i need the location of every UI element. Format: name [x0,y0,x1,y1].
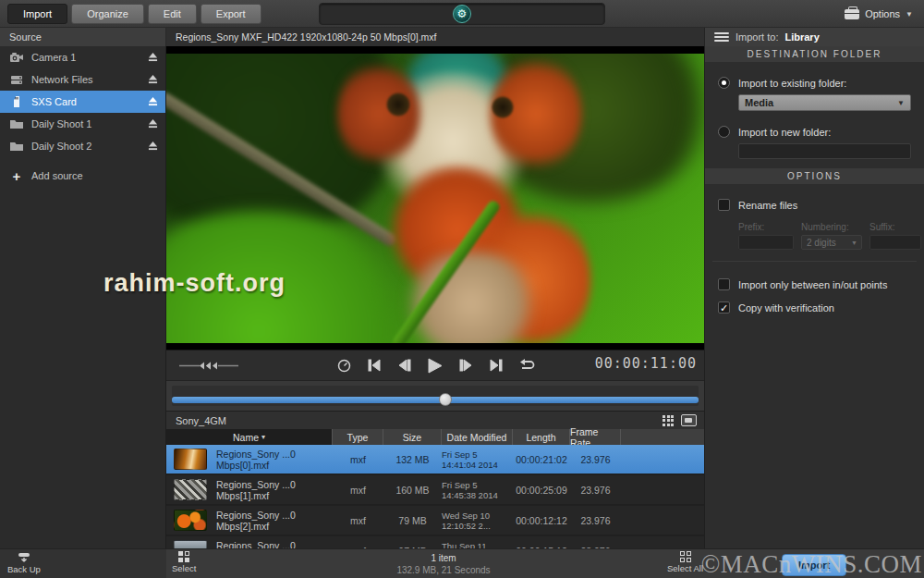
playhead-handle[interactable] [439,393,452,406]
backup-button[interactable]: Back Up [7,551,41,574]
drive-icon [9,73,24,86]
eject-icon[interactable] [148,141,158,153]
clip-thumbnail [174,540,207,548]
video-frame [166,54,704,343]
column-header-type[interactable]: Type [333,429,383,445]
verify-checkbox-row[interactable]: ✓ Copy with verification [705,296,924,319]
sidebar-item-daily-shoot-2[interactable]: Daily Shoot 2 [0,135,165,157]
cell-length: 00:00:25:09 [513,485,570,496]
import-to-value[interactable]: Library [784,31,819,43]
table-row[interactable]: Regions_Sony ...0 Mbps[0].mxfmxf132 MBFr… [166,445,704,473]
camera-icon [9,51,24,64]
radio-icon[interactable] [718,126,730,138]
select-icon [178,551,189,562]
radio-import-existing[interactable]: Import to existing folder: [705,71,924,92]
checkbox-icon[interactable] [718,278,730,290]
card-icon [9,95,24,108]
existing-folder-value: Media [745,97,773,108]
folder-icon [9,117,24,130]
clip-list: Regions_Sony ...0 Mbps[0].mxfmxf132 MBFr… [166,445,704,548]
clip-name: Regions_Sony ...0 Mbps[1].mxf [216,479,333,501]
select-all-button[interactable]: Select All [667,551,703,573]
numbering-dropdown[interactable]: 2 digits ▼ [801,235,862,250]
tab-export[interactable]: Export [201,4,261,24]
browser-breadcrumb-bar: Sony_4GM [166,411,704,429]
cell-name: Regions_Sony ...0 Mbps[1].mxf [166,479,333,501]
breadcrumb[interactable]: Sony_4GM [176,415,226,426]
shuttle-control[interactable] [179,360,238,372]
play-button[interactable] [424,355,446,375]
cell-type: mxf [333,485,383,496]
next-frame-button[interactable] [455,355,477,375]
numbering-label: Numbering: [801,222,862,232]
table-row[interactable]: Regions_Sony ...0 Mbps[1].mxfmxf160 MBFr… [166,475,704,504]
options-button[interactable]: Options ▼ [845,0,913,28]
rename-files-checkbox-row[interactable]: Rename files [705,193,924,216]
loop-button[interactable] [516,355,538,375]
activity-pane-button[interactable]: ⚙ [319,3,605,25]
clip-thumbnail [174,510,207,531]
suffix-input[interactable] [869,235,921,250]
existing-folder-dropdown[interactable]: Media ▼ [738,94,911,111]
select-button[interactable]: Select [172,551,196,573]
numbering-value: 2 digits [807,238,836,248]
eject-icon[interactable] [148,74,158,86]
radio-icon[interactable] [718,77,730,89]
cell-type: mxf [333,515,383,526]
column-header-name[interactable]: Name ▾ [166,429,333,445]
select-all-icon [680,551,691,562]
go-to-start-button[interactable] [363,355,385,375]
timeline-range-bar[interactable] [172,397,699,403]
cell-size: 79 MB [383,515,442,526]
timeline-track[interactable] [172,386,699,406]
chevron-down-icon: ▼ [897,99,905,107]
selection-status: 1 item 132.9 MB, 21 Seconds [351,552,536,576]
column-header-size[interactable]: Size [383,429,442,445]
sidebar-item-sxs-card[interactable]: SXS Card [0,91,165,113]
select-all-label: Select All [667,563,703,573]
options-header: OPTIONS [705,168,924,184]
video-preview[interactable] [166,46,704,350]
sidebar-item-label: Camera 1 [31,52,140,63]
table-row[interactable]: Regions_Sony ...0 Mbps[2].mxfmxf79 MBWed… [166,506,704,535]
radio-import-new[interactable]: Import to new folder: [705,120,924,141]
column-header-date-modified[interactable]: Date Modified [442,429,513,445]
cell-size: 160 MB [383,485,442,496]
toolbox-icon [845,9,859,19]
tab-edit[interactable]: Edit [148,4,197,24]
grid-view-icon[interactable] [663,415,674,426]
column-header-length[interactable]: Length [513,429,570,445]
mode-tabs: Import Organize Edit Export [7,4,261,24]
playback-rate-icon[interactable] [333,355,355,375]
previous-frame-button[interactable] [394,355,416,375]
prefix-label: Prefix: [738,222,794,232]
eject-icon[interactable] [148,118,158,130]
cell-length: 00:00:21:02 [513,454,570,465]
transport-bar: 00:00:11:00 [166,350,704,380]
checkbox-icon[interactable] [718,199,730,211]
subheader: Source Regions_Sony MXF_HD422 1920x1080-… [0,28,924,46]
table-row[interactable]: Regions_Sony ...0 Mbps[3].mxfmxf97 MBThu… [166,536,704,548]
sidebar-item-network-files[interactable]: Network Files [0,68,165,91]
divider [712,261,917,262]
eject-icon[interactable] [148,96,158,108]
menu-icon[interactable] [714,32,729,42]
sidebar-item-daily-shoot-1[interactable]: Daily Shoot 1 [0,113,165,135]
prefix-input[interactable] [738,235,794,250]
new-folder-input[interactable] [738,143,911,159]
sidebar-item-camera-1[interactable]: Camera 1 [0,46,165,68]
inout-checkbox-row[interactable]: Import only between in/out points [705,273,924,296]
verify-label: Copy with verification [738,302,834,314]
tab-organize[interactable]: Organize [71,4,144,24]
sidebar-item-label: Daily Shoot 2 [31,141,140,152]
eject-icon[interactable] [148,52,158,64]
thumbnail-view-icon[interactable] [681,414,697,426]
add-source-button[interactable]: + Add source [0,165,165,187]
tab-import[interactable]: Import [7,4,67,24]
radio-existing-label: Import to existing folder: [738,78,846,89]
cell-name: Regions_Sony ...0 Mbps[0].mxf [166,449,333,471]
checkbox-checked-icon[interactable]: ✓ [718,301,730,314]
go-to-end-button[interactable] [485,355,507,375]
sidebar-item-label: Daily Shoot 1 [31,118,140,129]
column-header-frame-rate[interactable]: Frame Rate [570,429,621,445]
